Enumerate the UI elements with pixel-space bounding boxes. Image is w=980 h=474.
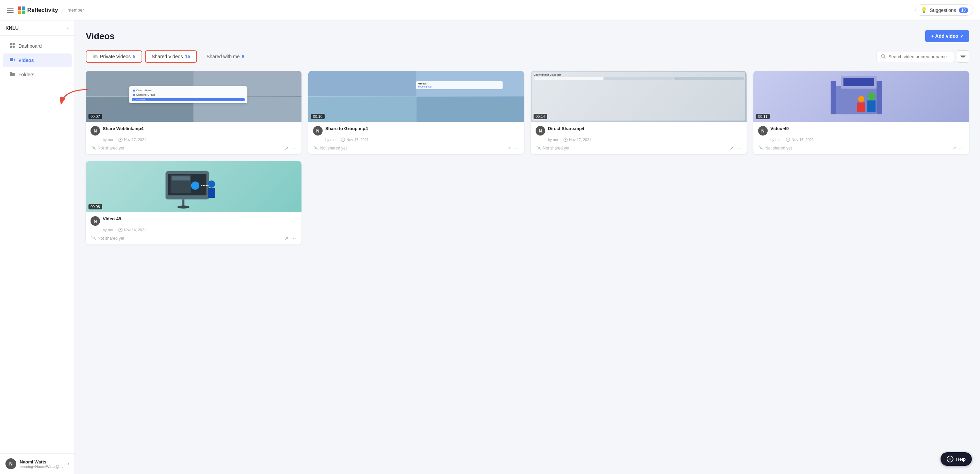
video-card-1: Groups One group 00:10 N Share to Group.… — [308, 71, 524, 154]
video-thumb-1[interactable]: Groups One group 00:10 — [308, 71, 524, 122]
add-video-chevron-icon: ∨ — [960, 34, 963, 38]
not-shared-status-0: Not shared yet — [91, 146, 124, 151]
eye-slash-icon — [92, 54, 98, 59]
help-button[interactable]: ○ Help — [940, 452, 972, 466]
sidebar-nav: Dashboard Videos Folders — [0, 36, 75, 453]
search-filter-area — [877, 50, 969, 63]
org-chevron-icon: ∨ — [66, 26, 69, 30]
video-meta-3: by me · 🕐 Nov 15, 2021 — [770, 137, 964, 142]
logo-sq-yellow — [18, 11, 21, 14]
tab-label-private: Private Videos — [100, 54, 130, 59]
logo-sq-red — [18, 6, 21, 10]
tab-label-shared: Shared Videos — [152, 54, 183, 59]
svg-rect-1 — [13, 43, 14, 45]
user-name: Naomi Watts — [20, 460, 64, 464]
more-icon-4[interactable]: ⋯ — [291, 236, 296, 241]
not-shared-status-2: Not shared yet — [536, 146, 569, 151]
video-actions-2: Not shared yet ↗ ⋯ — [536, 145, 742, 151]
video-actions-3: Not shared yet ↗ ⋯ — [758, 145, 964, 151]
video-card-4: 00:08 N Video-48 by me · 🕐 Nov 14, 2021 — [86, 161, 301, 244]
share-icon-4[interactable]: ↗ — [285, 236, 288, 241]
svg-point-28 — [191, 182, 199, 190]
sidebar-item-folders[interactable]: Folders — [3, 68, 72, 81]
video-thumb-2[interactable]: Opportunities Class test 00:14 — [531, 71, 746, 122]
share-icon-2[interactable]: ↗ — [730, 145, 733, 151]
user-details: Naomi Watts learning+NaomiWatts@swi... — [20, 460, 64, 469]
not-shared-status-3: Not shared yet — [759, 146, 792, 151]
filter-button[interactable] — [957, 50, 969, 63]
not-shared-text-0: Not shared yet — [98, 146, 124, 150]
duration-badge-4: 00:08 — [89, 204, 102, 209]
tab-private-videos[interactable]: Private Videos 5 — [86, 50, 142, 63]
folders-icon — [10, 71, 15, 78]
user-info: N Naomi Watts learning+NaomiWatts@swi... — [5, 458, 64, 469]
tab-label-shared-with-me: Shared with me — [207, 54, 240, 59]
not-shared-text-2: Not shared yet — [543, 146, 569, 150]
share-icon-0[interactable]: ↗ — [285, 145, 288, 151]
user-chevron-icon[interactable]: › — [68, 461, 69, 466]
video-grid: Direct Share Share to Group CONSTRUCT 00… — [86, 71, 969, 244]
nav-left: Reflectivity | member — [7, 6, 84, 14]
creator-badge-3: N — [758, 126, 768, 136]
org-selector[interactable]: KNLU ∨ — [0, 21, 75, 36]
video-title-row-3: N Video-49 — [758, 126, 964, 136]
video-title-3: Video-49 — [770, 126, 789, 132]
top-nav: Reflectivity | member 💡 Suggestions 10 — [0, 0, 980, 21]
sidebar-item-dashboard[interactable]: Dashboard — [3, 39, 72, 53]
video-actions-0: Not shared yet ↗ ⋯ — [91, 145, 297, 151]
user-email: learning+NaomiWatts@swi... — [20, 464, 64, 469]
svg-point-29 — [208, 180, 215, 188]
videos-icon — [10, 57, 15, 64]
page-header: Videos + Add video ∨ — [86, 30, 969, 42]
svg-rect-15 — [830, 81, 836, 115]
more-icon-1[interactable]: ⋯ — [514, 145, 519, 151]
svg-rect-22 — [857, 102, 865, 112]
bulb-icon: 💡 — [920, 7, 927, 13]
share-icon-3[interactable]: ↗ — [952, 145, 956, 151]
more-icon-0[interactable]: ⋯ — [291, 145, 296, 151]
more-icon-3[interactable]: ⋯ — [959, 145, 964, 151]
svg-rect-4 — [10, 58, 13, 61]
video-meta-0: by me · 🕐 Nov 17, 2021 — [103, 137, 297, 142]
svg-point-33 — [177, 206, 189, 209]
suggestions-button[interactable]: 💡 Suggestions 10 — [915, 5, 973, 16]
tabs-row: Private Videos 5 Shared Videos 15 Shared… — [86, 50, 969, 63]
more-icon-2[interactable]: ⋯ — [737, 145, 741, 151]
svg-line-7 — [885, 57, 886, 58]
svg-rect-30 — [208, 188, 215, 198]
tab-shared-videos[interactable]: Shared Videos 15 — [145, 50, 197, 63]
creator-badge-4: N — [91, 216, 100, 226]
sidebar-item-videos[interactable]: Videos — [3, 53, 72, 67]
svg-rect-27 — [172, 176, 190, 180]
svg-point-19 — [867, 92, 875, 101]
logo-sq-blue — [22, 6, 25, 10]
dashboard-icon — [10, 43, 15, 49]
hamburger-menu[interactable] — [7, 8, 14, 13]
svg-rect-3 — [13, 46, 14, 48]
share-icon-1[interactable]: ↗ — [507, 145, 511, 151]
tab-shared-with-me[interactable]: Shared with me 8 — [200, 50, 251, 63]
share-popup: Direct Share Share to Group CONSTRUCT — [129, 86, 248, 103]
user-avatar: N — [5, 458, 16, 469]
video-thumb-4[interactable]: 00:08 — [86, 161, 301, 212]
svg-rect-18 — [843, 78, 874, 86]
video-meta-2: by me · 🕐 Nov 17, 2021 — [548, 137, 742, 142]
add-video-button[interactable]: + Add video ∨ — [925, 30, 969, 42]
logo-divider: | — [62, 7, 64, 13]
video-meta-1: by me · 🕐 Nov 17, 2021 — [325, 137, 519, 142]
video-title-1: Share to Group.mp4 — [325, 126, 368, 132]
search-icon — [881, 54, 886, 60]
logo-sq-green — [22, 11, 25, 14]
sidebar-item-label-folders: Folders — [18, 72, 34, 77]
video-title-row-0: N Share Weblink.mp4 — [91, 126, 297, 136]
sidebar-footer: N Naomi Watts learning+NaomiWatts@swi...… — [0, 453, 75, 474]
video-card-2: Opportunities Class test 00:14 N — [531, 71, 746, 154]
not-shared-text-3: Not shared yet — [765, 146, 792, 150]
video-thumb-3[interactable]: 00:11 — [753, 71, 969, 122]
video-thumb-0[interactable]: Direct Share Share to Group CONSTRUCT 00… — [86, 71, 301, 122]
search-input[interactable] — [888, 54, 950, 59]
suggestions-label: Suggestions — [930, 8, 956, 13]
svg-point-21 — [858, 96, 864, 102]
user-initials: N — [9, 461, 13, 466]
sidebar-item-label-dashboard: Dashboard — [18, 43, 42, 49]
